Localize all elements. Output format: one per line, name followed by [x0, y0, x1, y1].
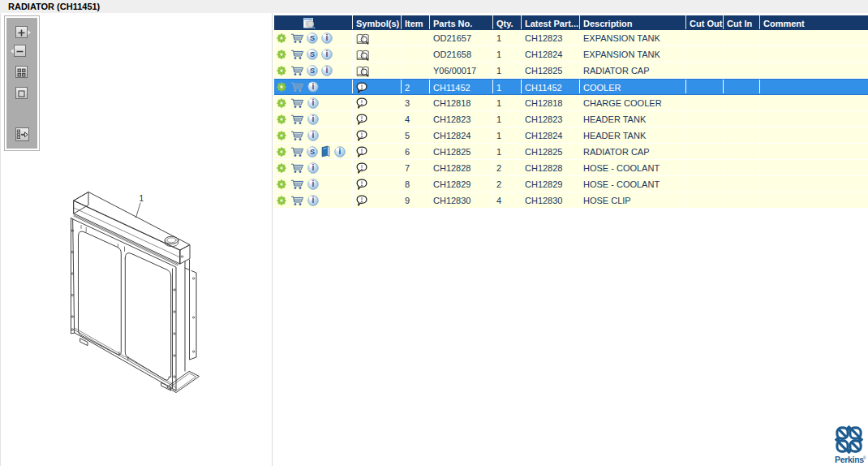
- svg-text:Perkins: Perkins: [835, 455, 864, 464]
- svg-text:1: 1: [140, 194, 144, 203]
- svg-text:®: ®: [863, 455, 866, 460]
